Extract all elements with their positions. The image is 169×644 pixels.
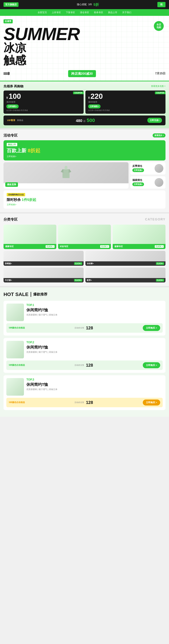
coupon-more-link[interactable]: 查看更多优惠 > bbox=[151, 85, 165, 88]
category-card-footer-2: 衬衫专区 CLICK > bbox=[58, 244, 111, 249]
coupon-card-1: COUPON ¥ 100 满200使用 立即领取> 会员券+店铺满减+跨店满减 bbox=[4, 90, 84, 114]
product-tags-3: 优质新疆棉 | 吸汗透气 | 肩袖立体 bbox=[26, 388, 163, 391]
category-small-footer-3: 牛仔裤> CLICK> bbox=[4, 278, 84, 282]
category-small-card-2: 冰丝裤> CLICK> bbox=[85, 251, 165, 266]
product-variant-label-2: 5种颜色任你挑选 bbox=[9, 364, 25, 367]
category-label-2: 衬衫专区 bbox=[60, 245, 68, 248]
category-click-btn-3[interactable]: CLICK > bbox=[155, 245, 164, 248]
category-small-card-4: 配带> CLICK> bbox=[85, 268, 165, 282]
activity-top-btn-link[interactable]: 立即抢购> bbox=[7, 155, 16, 158]
activity-small-card-1: 反季清仓 立即抢购> bbox=[130, 162, 165, 174]
svg-rect-0 bbox=[63, 169, 70, 178]
coupon-card-2: COUPON ¥ 220 满400使用 立即领取> 会员券+店铺满减+跨店满减 bbox=[85, 90, 165, 114]
hero-fullstore-badge: 全店 包邮 bbox=[154, 21, 164, 31]
category-small-img-2 bbox=[85, 251, 165, 261]
nav-item-about[interactable]: 关于我们 bbox=[120, 9, 134, 16]
activity-small-img-1 bbox=[154, 164, 163, 173]
hero-section: 狂暑季 SUMMER 冰凉 触感 跨店满200减30 7月15日 全店 包邮 bbox=[0, 16, 169, 82]
category-small-label-2: 冰丝裤> bbox=[87, 262, 94, 265]
product-price-group-2: 活动价仅售 128 bbox=[74, 363, 93, 368]
product-buy-btn-3[interactable]: 立即购买 > bbox=[143, 400, 160, 406]
category-card-shirt: 衬衫专区 CLICK > bbox=[58, 225, 111, 249]
product-card-1: TOP.1 休闲简约T恤 优质新疆棉 | 吸汗透气 | 肩袖立体 5种颜色任你挑… bbox=[4, 301, 165, 336]
coupon-amount-row-1: ¥ 100 bbox=[6, 93, 81, 100]
activity-bottom-card: 活动期间每日12点 限时秒杀 1件5折起 立即抢购> bbox=[4, 190, 165, 209]
activity-small-title-1: 反季清仓 bbox=[132, 164, 144, 168]
nav-item-flash[interactable]: 秒杀专区 bbox=[92, 9, 106, 16]
activity-small-info-2: 福袋清仓 立即抢购> bbox=[132, 178, 144, 186]
category-small-click-3[interactable]: CLICK> bbox=[74, 279, 82, 282]
product-info-3: TOP.3 休闲简约T恤 优质新疆棉 | 吸汗透气 | 肩袖立体 bbox=[26, 378, 163, 391]
hot-sale-title-en: HOT SALE bbox=[4, 292, 29, 297]
product-rank-2: TOP.2 bbox=[26, 341, 163, 344]
category-click-btn-2[interactable]: CLICK > bbox=[100, 245, 109, 248]
activity-small-btn-2[interactable]: 立即抢购> bbox=[132, 182, 144, 186]
category-small-img-1 bbox=[4, 251, 84, 261]
category-title-en: CATEGORY bbox=[145, 218, 165, 221]
coupon-condition-2: 满400使用 bbox=[88, 101, 163, 103]
activity-small-info-1: 反季清仓 立即抢购> bbox=[132, 164, 144, 172]
category-small-footer-1: 防晒服> CLICK> bbox=[4, 261, 84, 266]
coupon-members-2: 会员券+店铺满减+跨店满减 bbox=[88, 109, 163, 112]
coupon-btn-2[interactable]: 立即领取> bbox=[88, 104, 100, 108]
nav-item-all[interactable]: 全部宝贝 bbox=[35, 9, 49, 16]
product-price-1: 128 bbox=[86, 326, 93, 330]
product-top-row-2: TOP.2 休闲简约T恤 优质新疆棉 | 吸汗透气 | 肩袖立体 bbox=[6, 341, 163, 358]
coupon-symbol-2: ¥ bbox=[88, 96, 90, 100]
product-bottom-row-3: 5种颜色任你挑选 活动价仅售 128 立即购买 > bbox=[6, 398, 163, 407]
product-buy-btn-1[interactable]: 立即购买 > bbox=[143, 325, 160, 331]
coupon-members-1: 会员券+店铺满减+跨店满减 bbox=[6, 109, 81, 112]
activity-mid-left-card: 爆款直降 bbox=[4, 162, 128, 188]
category-small-label-4: 配带> bbox=[87, 279, 92, 282]
activity-small-img-2 bbox=[154, 178, 163, 187]
product-top-row-1: TOP.1 休闲简约T恤 优质新疆棉 | 吸汗透气 | 肩袖立体 bbox=[6, 304, 163, 321]
activity-more-btn[interactable]: 查看更多 > bbox=[153, 134, 165, 138]
grab-button[interactable]: 抢 bbox=[157, 2, 165, 7]
nav-item-bottoms[interactable]: 下装专区 bbox=[63, 9, 77, 16]
category-card-jku: 精裤专区 CLICK > bbox=[4, 225, 56, 249]
activity-bottom-btn-link[interactable]: 立即抢购> bbox=[7, 203, 16, 206]
vip-get-label: 得 bbox=[83, 120, 86, 123]
category-small-click-2[interactable]: CLICK> bbox=[156, 262, 164, 265]
activity-small-btn-1[interactable]: 立即抢购> bbox=[132, 168, 144, 172]
category-label-1: 精裤专区 bbox=[5, 245, 14, 248]
category-card-img-2 bbox=[58, 225, 111, 244]
product-variant-label-3: 5种颜色任你挑选 bbox=[9, 401, 25, 404]
category-small-card-1: 防晒服> CLICK> bbox=[4, 251, 84, 266]
nav-item-new[interactable]: 新品上市 bbox=[106, 9, 120, 16]
activity-header: 活动专区 查看更多 > bbox=[4, 133, 165, 138]
category-top-row: 精裤专区 CLICK > 衬衫专区 CLICK > 裙裤专区 CLICK > bbox=[4, 225, 165, 249]
product-activity-price-label-3: 活动价仅售 bbox=[74, 401, 84, 404]
category-small-click-1[interactable]: CLICK> bbox=[74, 262, 82, 265]
category-card-img-1 bbox=[4, 225, 56, 244]
activity-flash-title: 限时秒杀 1件5折起 bbox=[7, 198, 162, 202]
product-img-2 bbox=[6, 341, 24, 358]
coupon-amount-row-2: ¥ 220 bbox=[88, 93, 163, 100]
coupon-label-2: COUPON bbox=[155, 92, 165, 94]
coupon-header: 先领券 再购物 查看更多优惠 > bbox=[4, 84, 165, 88]
product-name-3: 休闲简约T恤 bbox=[26, 382, 163, 387]
activity-small-card-2: 福袋清仓 立即抢购> bbox=[130, 176, 165, 188]
product-info-1: TOP.1 休闲简约T恤 优质新疆棉 | 吸汗透气 | 肩袖立体 bbox=[26, 304, 163, 316]
category-small-img-3 bbox=[4, 268, 84, 278]
hero-bottom-row: 跨店满200减30 7月15日 bbox=[4, 70, 165, 77]
coupon-label-1: COUPON bbox=[73, 92, 84, 94]
product-activity-price-label-2: 活动价仅售 bbox=[74, 364, 84, 366]
category-title-cn: 分类专区 bbox=[4, 217, 18, 222]
product-activity-price-label-1: 活动价仅售 bbox=[74, 326, 84, 329]
category-card-img-3 bbox=[113, 225, 165, 244]
product-rank-3: TOP.3 bbox=[26, 378, 163, 381]
nav-item-tops[interactable]: 上衣专区 bbox=[49, 9, 63, 16]
category-small-card-3: 牛仔裤> CLICK> bbox=[4, 268, 84, 282]
activity-small-title-2: 福袋清仓 bbox=[132, 178, 144, 182]
category-click-btn-1[interactable]: CLICK > bbox=[46, 245, 55, 248]
product-price-group-3: 活动价仅售 128 bbox=[74, 400, 93, 405]
coupon-btn-1[interactable]: 立即领取> bbox=[6, 104, 19, 108]
vip-get-amount: 500 bbox=[87, 118, 95, 123]
nav-item-clearance[interactable]: 清仓专区 bbox=[77, 9, 92, 16]
product-buy-btn-2[interactable]: 立即购买 > bbox=[143, 362, 160, 368]
navigation-bar: 全部宝贝 上衣专区 下装专区 清仓专区 秒杀专区 新品上市 关于我们 bbox=[0, 9, 169, 16]
vip-btn[interactable]: 立即充值> bbox=[147, 118, 162, 123]
product-top-row-3: TOP.3 休闲简约T恤 优质新疆棉 | 吸汗透气 | 肩袖立体 bbox=[6, 378, 163, 396]
category-small-click-4[interactable]: CLICK> bbox=[156, 279, 164, 282]
